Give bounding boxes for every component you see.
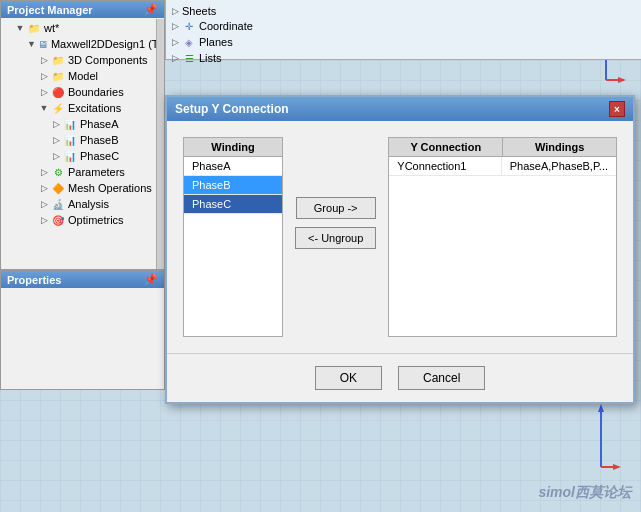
y-connection-col-header: Y Connection	[389, 138, 503, 156]
y-connection-row-0[interactable]: YConnection1 PhaseA,PhaseB,P...	[389, 157, 616, 176]
dialog-body: Winding PhaseA PhaseB PhaseC Group -> <-…	[167, 121, 633, 353]
winding-row-phaseB[interactable]: PhaseB	[184, 176, 282, 195]
y-connection-table: Y Connection Windings YConnection1 Phase…	[388, 137, 617, 337]
setup-y-connection-dialog: Setup Y Connection × Winding PhaseA Phas…	[165, 95, 635, 404]
winding-row-phaseA[interactable]: PhaseA	[184, 157, 282, 176]
winding-label-phaseA: PhaseA	[192, 160, 231, 172]
winding-table: Winding PhaseA PhaseB PhaseC	[183, 137, 283, 337]
y-connection-windings: PhaseA,PhaseB,P...	[502, 157, 616, 175]
winding-row-phaseC[interactable]: PhaseC	[184, 195, 282, 214]
winding-label-phaseC: PhaseC	[192, 198, 231, 210]
ungroup-button[interactable]: <- Ungroup	[295, 227, 376, 249]
modal-overlay: Setup Y Connection × Winding PhaseA Phas…	[0, 0, 641, 512]
dialog-footer: OK Cancel	[167, 353, 633, 402]
ok-button[interactable]: OK	[315, 366, 382, 390]
dialog-close-button[interactable]: ×	[609, 101, 625, 117]
y-connection-table-header: Y Connection Windings	[389, 138, 616, 157]
windings-col-header: Windings	[503, 138, 616, 156]
winding-table-header: Winding	[184, 138, 282, 157]
dialog-action-buttons: Group -> <- Ungroup	[295, 137, 376, 249]
dialog-titlebar: Setup Y Connection ×	[167, 97, 633, 121]
cancel-button[interactable]: Cancel	[398, 366, 485, 390]
dialog-title: Setup Y Connection	[175, 102, 289, 116]
group-button[interactable]: Group ->	[296, 197, 376, 219]
winding-label-phaseB: PhaseB	[192, 179, 231, 191]
y-connection-name: YConnection1	[389, 157, 501, 175]
